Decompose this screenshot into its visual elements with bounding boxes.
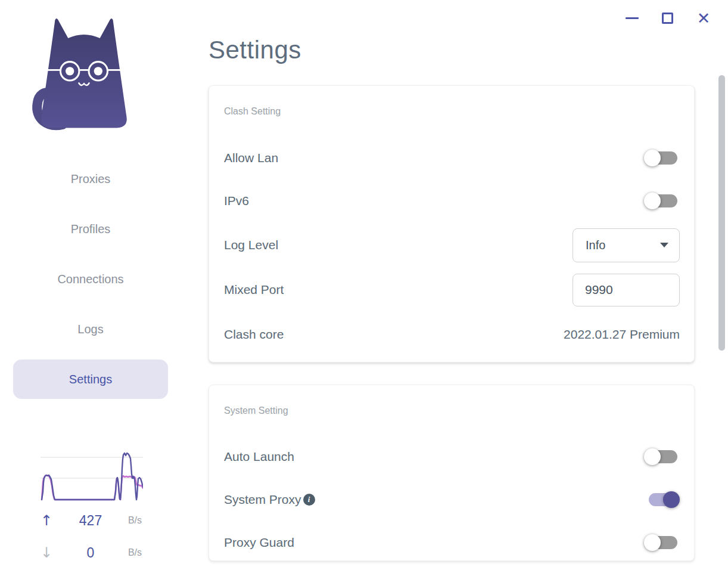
log-level-value: Info (586, 238, 605, 252)
download-speed-row: ↓ 0 B/s (41, 543, 142, 562)
system-proxy-label-text: System Proxy (224, 492, 301, 507)
proxy-guard-label: Proxy Guard (224, 535, 294, 550)
sidebar-item-label: Logs (77, 323, 103, 336)
allow-lan-label: Allow Lan (224, 151, 278, 165)
sidebar-item-label: Profiles (71, 222, 111, 236)
sidebar-item-label: Proxies (71, 172, 111, 186)
upload-speed-unit: B/s (122, 515, 142, 526)
toggle-knob (644, 150, 661, 166)
upload-arrow-icon: ↑ (41, 512, 60, 529)
mixed-port-label: Mixed Port (224, 283, 284, 297)
toggle-knob (663, 491, 680, 508)
system-proxy-row: System Proxy i (224, 482, 680, 518)
close-icon: ✕ (697, 10, 711, 26)
download-speed-value: 0 (60, 545, 122, 561)
minimize-button[interactable] (621, 7, 643, 29)
section-title: System Setting (224, 405, 288, 416)
allow-lan-toggle[interactable] (644, 149, 680, 167)
auto-launch-label: Auto Launch (224, 450, 294, 464)
log-level-label: Log Level (224, 238, 278, 252)
proxy-guard-row: Proxy Guard (224, 525, 680, 560)
clash-setting-card: Clash Setting Allow Lan IPv6 Log Level I… (209, 85, 695, 363)
sidebar-item-logs[interactable]: Logs (13, 310, 168, 348)
sidebar-item-proxies[interactable]: Proxies (13, 160, 168, 198)
sidebar-item-label: Connections (57, 272, 123, 286)
clash-core-label: Clash core (224, 327, 284, 342)
ipv6-toggle[interactable] (644, 192, 680, 210)
upload-speed-value: 427 (60, 513, 122, 529)
section-title: Clash Setting (224, 106, 281, 117)
sidebar-item-settings[interactable]: Settings (13, 360, 168, 399)
allow-lan-row: Allow Lan (224, 140, 680, 176)
download-speed-unit: B/s (122, 547, 142, 558)
clash-cat-logo (27, 16, 141, 135)
info-icon[interactable]: i (303, 494, 315, 506)
sidebar-item-profiles[interactable]: Profiles (13, 210, 168, 248)
ipv6-label: IPv6 (224, 194, 249, 208)
scrollbar-thumb[interactable] (718, 75, 725, 351)
chevron-down-icon (660, 243, 668, 247)
system-setting-card: System Setting Auto Launch System Proxy … (209, 385, 695, 561)
page-title: Settings (209, 36, 301, 64)
clash-core-row: Clash core 2022.01.27 Premium (224, 317, 680, 352)
log-level-row: Log Level Info (224, 227, 680, 263)
minimize-icon (626, 17, 639, 19)
mixed-port-input[interactable] (573, 274, 680, 306)
ipv6-row: IPv6 (224, 183, 680, 219)
mixed-port-row: Mixed Port (224, 272, 680, 308)
toggle-knob (644, 534, 661, 551)
auto-launch-toggle[interactable] (644, 448, 680, 466)
auto-launch-row: Auto Launch (224, 439, 680, 475)
maximize-button[interactable] (656, 7, 679, 29)
proxy-guard-toggle[interactable] (644, 534, 680, 552)
app-window: ✕ Proxies Profiles Connections Logs Sett… (0, 0, 728, 570)
system-proxy-toggle[interactable] (644, 491, 680, 509)
clash-core-version: 2022.01.27 Premium (564, 327, 680, 342)
maximize-icon (662, 13, 673, 24)
toggle-knob (644, 448, 661, 465)
sidebar-item-label: Settings (69, 373, 112, 386)
sidebar-item-connections[interactable]: Connections (13, 260, 168, 298)
log-level-select[interactable]: Info (573, 228, 680, 262)
upload-speed-row: ↑ 427 B/s (41, 511, 142, 530)
traffic-graph (41, 451, 143, 501)
system-proxy-label: System Proxy i (224, 492, 315, 507)
download-arrow-icon: ↓ (41, 544, 60, 561)
toggle-knob (644, 193, 661, 209)
close-button[interactable]: ✕ (692, 7, 715, 29)
